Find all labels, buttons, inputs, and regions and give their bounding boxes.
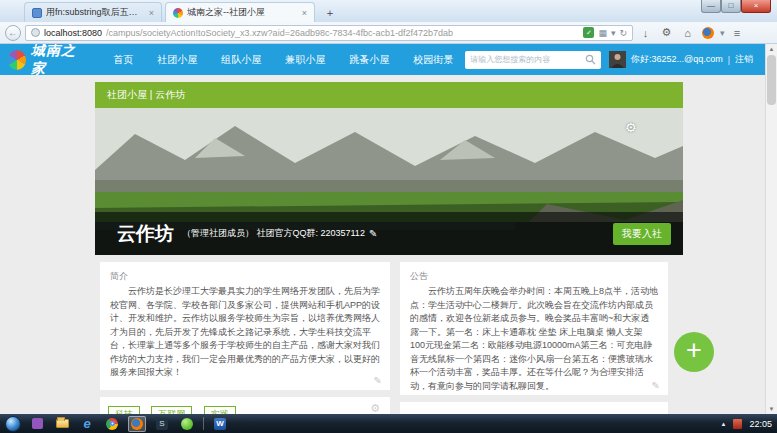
new-tab-button[interactable]: +: [320, 6, 340, 21]
browser-titlebar: 用fn:substring取后五位_... × 城南之家--社团小屋 × + —…: [0, 0, 777, 22]
tab-strip: 用fn:substring取后五位_... × 城南之家--社团小屋 × +: [24, 2, 340, 22]
add-floating-button[interactable]: +: [674, 332, 714, 372]
scroll-up-icon[interactable]: ▲: [766, 44, 777, 54]
taskbar-divider: [203, 417, 204, 430]
tab-close-icon[interactable]: ×: [302, 8, 307, 18]
url-path: /campus/societyAction!toSociety_x3.xzw?a…: [106, 28, 579, 38]
join-society-button[interactable]: 我要入社: [613, 223, 671, 245]
tab-society-page[interactable]: 城南之家--社团小屋 ×: [165, 2, 315, 22]
edit-pencil-icon[interactable]: ✎: [369, 228, 377, 239]
folder-icon: [56, 419, 69, 428]
word-icon: W: [214, 418, 226, 430]
refresh-icon[interactable]: ↻: [619, 28, 627, 38]
scroll-down-icon[interactable]: ▼: [766, 404, 777, 414]
app-icon: S: [156, 418, 168, 430]
tray-expand-icon[interactable]: ▲: [721, 421, 727, 427]
intro-card: 简介 云作坊是长沙理工大学最具实力的学生网络开发团队，先后为学校官网、各学院、学…: [100, 262, 390, 390]
start-button[interactable]: [5, 416, 21, 432]
taskbar-ie-button[interactable]: e: [78, 416, 96, 432]
windows-taskbar: e S W ▲ 22:05: [0, 414, 777, 433]
nav-item-society[interactable]: 社团小屋: [157, 53, 197, 67]
security-shield-icon[interactable]: ✓: [583, 27, 594, 38]
nav-item-parttime[interactable]: 兼职小屋: [285, 53, 325, 67]
notice-card: 公告 云作坊五周年庆晚会举办时间：本周五晚上8点半，活动地点：学生活动中心二楼舞…: [400, 262, 668, 395]
screen: 用fn:substring取后五位_... × 城南之家--社团小屋 × + —…: [0, 0, 777, 433]
chevron-down-icon[interactable]: ▾: [720, 28, 725, 38]
tags-gear-icon[interactable]: ⚙: [370, 402, 380, 414]
extra-card: [400, 402, 668, 414]
browser-toolbar: ← localhost:8080 /campus/societyAction!t…: [0, 22, 777, 44]
logout-link[interactable]: 注销: [735, 53, 753, 66]
tab-substring-page[interactable]: 用fn:substring取后五位_... ×: [24, 2, 162, 22]
firefox-account-icon[interactable]: [702, 27, 714, 39]
window-controls: — □ ×: [701, 0, 771, 13]
nav-item-flea[interactable]: 跳蚤小屋: [349, 53, 389, 67]
search-box[interactable]: [465, 51, 601, 69]
address-bar[interactable]: localhost:8080 /campus/societyAction!toS…: [25, 25, 633, 41]
taskbar-clock[interactable]: 22:05: [749, 419, 772, 429]
system-tray: ▲ 22:05: [721, 414, 772, 433]
taskbar-word-button[interactable]: W: [211, 416, 229, 432]
taskbar-green-app-button[interactable]: [178, 416, 196, 432]
visualstudio-icon: [32, 418, 43, 429]
site-identity-icon[interactable]: [31, 28, 40, 37]
site-navbar: 城南之家 首页 社团小屋 组队小屋 兼职小屋 跳蚤小屋 校园街景: [0, 44, 765, 75]
search-icon[interactable]: [585, 54, 596, 65]
chevron-down-icon[interactable]: ▾: [611, 28, 616, 38]
back-button[interactable]: ←: [5, 25, 21, 41]
tag-practice[interactable]: 实践: [204, 406, 236, 414]
taskbar-firefox-button[interactable]: [128, 416, 146, 432]
tag-tech[interactable]: 科技: [108, 406, 140, 414]
tag-internet[interactable]: 互联网: [151, 406, 192, 414]
home-icon[interactable]: ⌂: [679, 27, 696, 39]
menu-icon[interactable]: ≡: [729, 27, 746, 39]
site-logo[interactable]: 城南之家: [8, 44, 85, 78]
nav-item-street[interactable]: 校园街景: [413, 53, 453, 67]
user-divider: |: [728, 55, 730, 65]
page-scrollbar[interactable]: ▲ ▼: [765, 44, 777, 414]
search-input[interactable]: [470, 55, 585, 64]
banner-gear-icon[interactable]: ⚙: [625, 120, 637, 135]
avatar[interactable]: [609, 51, 626, 68]
right-column: 公告 云作坊五周年庆晚会举办时间：本周五晚上8点半，活动地点：学生活动中心二楼舞…: [400, 262, 668, 414]
scrollbar-thumb[interactable]: [767, 55, 776, 105]
main-content: 社团小屋 | 云作坊 ⚙ 云作坊 （管理社团成员） 社: [95, 82, 683, 414]
page-viewport: 城南之家 首页 社团小屋 组队小屋 兼职小屋 跳蚤小屋 校园街景: [0, 44, 777, 414]
pinwheel-logo-icon: [8, 50, 26, 70]
notice-body: 云作坊五周年庆晚会举办时间：本周五晚上8点半，活动地点：学生活动中心二楼舞厅。此…: [410, 285, 658, 393]
url-host: localhost:8080: [44, 28, 102, 38]
site-logo-text: 城南之家: [31, 44, 85, 78]
banner-overlay: 云作坊 （管理社团成员） 社团官方QQ群: 220357112 ✎ 我要入社: [95, 212, 683, 255]
taskbar-app-button[interactable]: S: [153, 416, 171, 432]
society-title: 云作坊: [117, 221, 174, 247]
tags-card: 科技 互联网 实践 ⚙: [100, 397, 390, 414]
taskbar-visualstudio-button[interactable]: [28, 416, 46, 432]
intro-body: 云作坊是长沙理工大学最具实力的学生网络开发团队，先后为学校官网、各学院、学校各部…: [110, 285, 380, 380]
taskbar-chrome-button[interactable]: [103, 416, 121, 432]
edit-pencil-icon[interactable]: ✎: [374, 375, 382, 386]
maximize-button[interactable]: □: [721, 0, 741, 13]
cards-row: 简介 云作坊是长沙理工大学最具实力的学生网络开发团队，先后为学校官网、各学院、学…: [100, 262, 683, 414]
green-app-icon: [181, 418, 193, 430]
left-column: 简介 云作坊是长沙理工大学最具实力的学生网络开发团队，先后为学校官网、各学院、学…: [100, 262, 390, 414]
taskbar-explorer-button[interactable]: [53, 416, 71, 432]
minimize-button[interactable]: —: [701, 0, 721, 13]
close-button[interactable]: ×: [741, 0, 771, 13]
internet-explorer-icon: e: [83, 417, 90, 430]
firefox-icon: [131, 418, 143, 430]
nav-item-team[interactable]: 组队小屋: [221, 53, 261, 67]
user-greeting: 你好:36252...@qq.com: [631, 53, 723, 66]
nav-item-home[interactable]: 首页: [113, 53, 133, 67]
society-banner: ⚙ 云作坊 （管理社团成员） 社团官方QQ群: 220357112 ✎ 我要入社: [95, 108, 683, 255]
tab-close-icon[interactable]: ×: [149, 8, 154, 18]
tab-title: 用fn:substring取后五位_...: [46, 6, 145, 19]
notice-heading: 公告: [410, 270, 658, 283]
breadcrumb: 社团小屋 | 云作坊: [95, 82, 683, 108]
download-icon[interactable]: ↓: [637, 27, 654, 39]
tray-app-icon[interactable]: [733, 419, 742, 429]
grid-icon[interactable]: ▦: [598, 28, 607, 38]
tab-favicon: [32, 8, 42, 18]
edit-pencil-icon[interactable]: ✎: [652, 380, 660, 391]
society-subtitle: （管理社团成员） 社团官方QQ群: 220357112: [182, 227, 365, 240]
gear-icon[interactable]: ⚙: [658, 26, 675, 39]
